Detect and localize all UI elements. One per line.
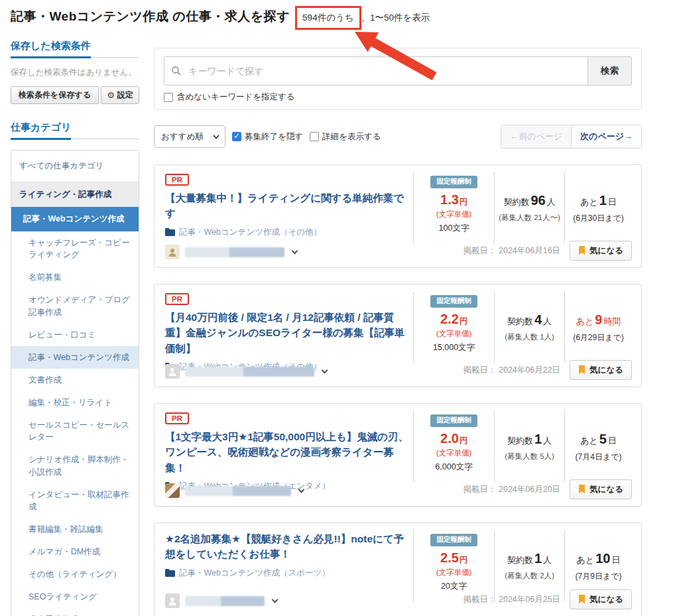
posted-date: 掲載日： 2024年06月22日 — [463, 365, 561, 376]
chevron-down-icon[interactable] — [322, 367, 328, 373]
contracts-column: 契約数96人 (募集人数 21人〜) — [494, 173, 564, 243]
category-item[interactable]: シナリオ作成・脚本制作・小説作成 — [11, 448, 139, 483]
result-count-highlight-box: 594件のうち — [295, 6, 361, 30]
gear-icon: ⚙ — [107, 91, 115, 99]
sort-selected-value: おすすめ順 — [161, 131, 204, 143]
sort-select[interactable]: おすすめ順 — [154, 125, 225, 148]
contracts-count: 契約数4人 — [499, 312, 560, 328]
category-item[interactable]: オウンドメディア・ブログ記事作成 — [11, 288, 139, 323]
job-card: PR 【1文字最大3円★1記事50,000円以上も】鬼滅の刃、ワンピース、呪術廻… — [154, 403, 642, 507]
price-column: 固定報酬制 2.0円 (文字単価) 6,000文字 — [413, 412, 494, 482]
category-item[interactable]: レビュー・口コミ — [11, 324, 139, 346]
pagination: ←前のページ 次のページ→ — [501, 125, 642, 149]
favorite-button[interactable]: 気になる — [570, 360, 632, 380]
category-item[interactable]: セールスコピー・セールスレター — [11, 414, 139, 448]
keyword-search-input[interactable] — [187, 65, 581, 77]
hide-closed-checkbox[interactable] — [232, 132, 241, 141]
category-item[interactable]: 書籍編集・雑誌編集 — [11, 518, 139, 540]
price-column: 固定報酬制 1.3円 (文字単価) 100文字 — [413, 173, 494, 243]
time-remaining: あと5日 — [569, 432, 628, 447]
search-icon — [171, 66, 182, 76]
payment-type-badge: 固定報酬制 — [430, 414, 477, 427]
time-remaining: あと10日 — [569, 551, 628, 566]
job-title-link[interactable]: ★2名追加募集★【競艇好きさん必見!!】noteにて予想をしていただくお仕事！ — [165, 531, 412, 562]
category-item[interactable]: キャッチフレーズ・コピーライティング — [11, 231, 139, 266]
char-count: 6,000文字 — [418, 462, 490, 473]
main-content: 検索 含めないキーワードを指定する おすすめ順 募集終了を隠す 詳細を表示する … — [154, 48, 642, 616]
price: 2.2円 — [418, 312, 490, 327]
search-panel: 検索 含めないキーワードを指定する — [154, 48, 642, 110]
bookmark-icon — [578, 246, 586, 255]
client-name-blurred — [185, 367, 314, 377]
job-category-link[interactable]: 記事・Webコンテンツ作成（スポーツ） — [165, 568, 412, 579]
client-row[interactable] — [165, 364, 327, 379]
contracts-count: 契約数1人 — [499, 551, 560, 566]
show-detail-toggle[interactable]: 詳細を表示する — [310, 131, 381, 143]
show-detail-checkbox[interactable] — [310, 132, 319, 141]
category-item[interactable]: 編集・校正・リライト — [11, 391, 139, 414]
next-page-button[interactable]: 次のページ→ — [572, 125, 641, 148]
search-button[interactable]: 検索 — [588, 56, 632, 86]
pr-badge: PR — [165, 293, 189, 305]
deadline-date: (6月30日まで) — [569, 213, 628, 224]
favorite-button[interactable]: 気になる — [570, 241, 632, 261]
price-note: (文字単価) — [418, 210, 490, 219]
category-item[interactable]: インタビュー・取材記事作成 — [11, 483, 139, 518]
deadline-date: (6月29日まで) — [569, 332, 628, 343]
contracts-column: 契約数4人 (募集人数 1人) — [494, 292, 564, 363]
category-selected[interactable]: 記事・Webコンテンツ作成 — [11, 207, 139, 231]
favorite-button[interactable]: 気になる — [570, 589, 632, 609]
saved-search-empty-message: 保存した検索条件はありません。 — [11, 67, 139, 78]
category-item[interactable]: メルマガ・DM作成 — [11, 540, 139, 563]
job-title-link[interactable]: 【1文字最大3円★1記事50,000円以上も】鬼滅の刃、ワンピース、呪術廻戦など… — [165, 429, 412, 475]
recruit-count: (募集人数 1人) — [499, 332, 560, 342]
chevron-down-icon[interactable] — [298, 486, 305, 493]
category-item[interactable]: その他（ライティング） — [11, 563, 139, 585]
contracts-count: 契約数1人 — [499, 432, 560, 447]
posted-date: 掲載日： 2024年06月20日 — [463, 484, 561, 495]
exclude-keyword-checkbox[interactable] — [164, 93, 173, 102]
category-item[interactable]: 文書作成 — [11, 369, 139, 391]
chevron-down-icon[interactable] — [272, 596, 278, 603]
favorite-button[interactable]: 気になる — [570, 479, 632, 499]
sidebar: 保存した検索条件 保存した検索条件はありません。 検索条件を保存する ⚙設定 仕… — [11, 40, 139, 616]
category-parent[interactable]: ライティング・記事作成 — [11, 182, 139, 207]
client-row[interactable] — [165, 483, 304, 498]
chevron-down-icon — [213, 135, 219, 139]
client-row[interactable] — [165, 245, 297, 259]
category-item-highlighted[interactable]: 記事・Webコンテンツ作成 — [11, 346, 139, 369]
recruit-count: (募集人数 2人) — [499, 571, 560, 581]
price-column: 固定報酬制 2.2円 (文字単価) 15,000文字 — [413, 292, 494, 363]
time-remaining: あと9時間 — [569, 312, 628, 328]
char-count: 100文字 — [418, 223, 490, 234]
category-all[interactable]: すべての仕事カテゴリ — [11, 151, 139, 182]
chevron-down-icon[interactable] — [292, 247, 298, 254]
price: 2.5円 — [418, 550, 490, 566]
page-header: 記事・Webコンテンツ作成 の仕事・求人を探す594件のうち、1〜50件を表示 — [11, 8, 430, 26]
results-toolbar: おすすめ順 募集終了を隠す 詳細を表示する ←前のページ 次のページ→ — [154, 125, 642, 149]
result-count: 594件のうち、1〜50件を表示 — [295, 13, 430, 23]
pr-badge: PR — [165, 174, 189, 186]
keyword-search-field[interactable] — [164, 56, 588, 86]
result-count-rest: 、1〜50件を表示 — [361, 13, 430, 23]
save-search-button[interactable]: 検索条件を保存する — [11, 86, 99, 104]
posted-date: 掲載日： 2024年06月25日 — [463, 594, 561, 605]
pr-badge: PR — [165, 412, 189, 424]
job-search-page: 記事・Webコンテンツ作成 の仕事・求人を探す594件のうち、1〜50件を表示 … — [0, 0, 679, 616]
exclude-keyword-label: 含めないキーワードを指定する — [177, 92, 295, 103]
category-item[interactable]: 名前募集 — [11, 266, 139, 288]
category-item[interactable]: 求人原稿作成 — [11, 608, 139, 616]
price-note: (文字単価) — [418, 448, 490, 458]
price: 1.3円 — [418, 192, 490, 208]
job-title-link[interactable]: 【大量募集中！】ライティングに関する単純作業です — [165, 190, 412, 221]
category-item[interactable]: SEOライティング — [11, 585, 139, 608]
settings-button[interactable]: ⚙設定 — [101, 86, 139, 104]
job-card: ★2名追加募集★【競艇好きさん必見!!】noteにて予想をしていただくお仕事！ … — [154, 523, 642, 616]
prev-page-button[interactable]: ←前のページ — [501, 125, 572, 148]
job-title-link[interactable]: 【月40万円前後 / 限定1名 / 月12記事依頼 / 記事質重】金融ジャンルの… — [165, 310, 412, 356]
client-row[interactable] — [165, 593, 277, 608]
hide-closed-toggle[interactable]: 募集終了を隠す — [232, 131, 303, 143]
client-avatar — [165, 245, 180, 259]
job-category-link[interactable]: 記事・Webコンテンツ作成（その他） — [165, 227, 412, 238]
exclude-keyword-row[interactable]: 含めないキーワードを指定する — [164, 92, 632, 103]
